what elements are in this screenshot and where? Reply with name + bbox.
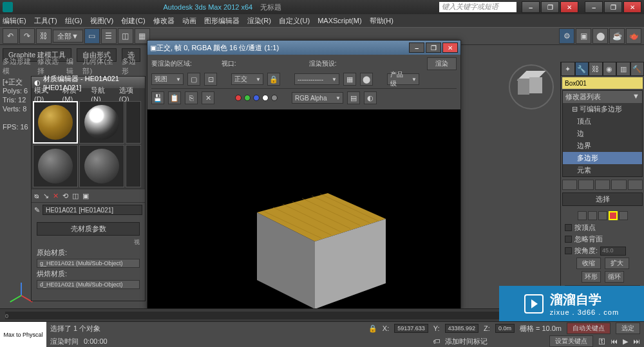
production-dropdown[interactable]: 产品级 [387,73,419,85]
viewport-dropdown[interactable]: 正交 [231,73,263,85]
loop-button[interactable]: 循环 [605,271,624,283]
subobj-element[interactable]: 元素 [563,164,642,176]
render-max-button[interactable]: ❐ [426,42,441,53]
material-slot-5[interactable] [79,145,124,187]
mat-tool-reset[interactable]: ⟲ [62,192,68,200]
select-region-button[interactable]: ◫ [118,28,133,44]
render-button[interactable]: 渲染 [427,57,457,70]
menu-views[interactable]: 视图(V) [90,16,114,26]
ignore-back-checkbox[interactable] [565,236,572,243]
menu-customize[interactable]: 自定义(U) [279,16,310,26]
by-angle-checkbox[interactable] [565,247,572,254]
env-icon[interactable]: ▦ [343,73,356,86]
material-slot-4[interactable] [33,145,78,187]
help-search-input[interactable]: 键入关键字或短语 [439,2,516,12]
undo-button[interactable]: ↶ [3,28,18,44]
object-name-field[interactable]: Box001 [562,77,643,89]
ribbon-poly[interactable]: 多边形 [122,57,140,76]
modifier-list-dropdown[interactable]: 修改器列表▼ [563,91,642,103]
grow-button[interactable]: 扩大 [605,258,629,269]
del-icon[interactable]: ✕ [202,91,214,104]
preset-dropdown[interactable]: ------------ [294,73,339,85]
mat-tool-pick[interactable]: ᴓ [34,192,39,200]
green-channel-toggle[interactable] [244,95,251,101]
lock-icon[interactable]: 🔒 [267,73,280,86]
alpha-channel-toggle[interactable] [262,95,269,101]
tab-motion[interactable]: ◉ [603,62,617,76]
menu-tools[interactable]: 工具(T) [34,16,57,26]
inner-restore-button[interactable]: ❐ [541,1,559,13]
app-icon[interactable] [3,2,13,12]
effects-icon[interactable]: ⬤ [360,73,373,86]
menu-create[interactable]: 创建(C) [121,16,145,26]
blue-channel-toggle[interactable] [253,95,260,101]
coord-x[interactable]: 59137.633 [394,324,428,333]
selection-filter-dropdown[interactable]: 全部 ▼ [53,30,83,42]
render-frame-button[interactable]: ▣ [576,28,591,44]
show-result-button[interactable] [578,180,593,190]
restore-button[interactable]: ❐ [604,1,622,13]
shrink-button[interactable]: 收缩 [576,258,601,269]
region-icon[interactable]: ▢ [187,73,200,86]
sel-set-button[interactable]: 选定 [616,323,640,334]
mat-tool-del[interactable]: ✕ [53,192,59,200]
material-slot-6[interactable] [126,145,141,187]
redo-button[interactable]: ↷ [19,28,35,44]
subobj-polygon[interactable]: 多边形 [563,152,642,164]
auto-key-button[interactable]: 自动关键点 [567,323,611,334]
render-min-button[interactable]: ‒ [409,42,424,53]
menu-animation[interactable]: 动画 [182,16,196,26]
tag-icon[interactable]: 🏷 [433,337,440,345]
render-prod-button[interactable]: ☕ [609,28,625,44]
ring-button[interactable]: 环形 [582,271,601,283]
render-button[interactable]: ⬤ [592,28,608,44]
tab-hierarchy[interactable]: ⛓ [589,62,603,76]
close-button[interactable]: ✕ [623,1,641,13]
mat-tool-put[interactable]: ▣ [82,192,89,200]
sel-edge-icon[interactable] [588,211,597,220]
channel-dropdown[interactable]: RGB Alpha [292,92,343,104]
ribbon-poly-model[interactable]: 多边形建模 [3,57,33,76]
key-filters-icon[interactable]: ⚿ [598,337,605,345]
select-button[interactable]: ▭ [84,28,100,44]
tab-create[interactable]: ✦ [561,62,575,76]
sel-poly-icon[interactable] [609,211,618,220]
crop-icon[interactable]: ⊡ [204,73,217,86]
inner-minimize-button[interactable]: ‒ [522,1,540,13]
select-name-button[interactable]: ☰ [101,28,117,44]
menu-graph[interactable]: 图形编辑器 [204,16,240,26]
tab-display[interactable]: ▥ [616,62,630,76]
material-slot-3[interactable] [126,101,141,144]
clear-icon[interactable]: ▤ [347,91,360,104]
sel-vertex-icon[interactable] [578,211,587,220]
ribbon-mod-sel[interactable]: 修改选择 [37,57,62,76]
inner-close-button[interactable]: ✕ [560,1,578,13]
render-close-button[interactable]: ✕ [442,42,458,53]
clone-icon[interactable]: ⎘ [185,91,198,104]
mono-channel-toggle[interactable] [271,95,278,101]
save-icon[interactable]: 💾 [151,91,164,104]
link-button[interactable]: ⛓ [36,28,52,44]
eyedropper-icon[interactable]: ✎ [34,206,40,214]
render-viewport[interactable] [147,109,460,322]
unique-button[interactable] [595,180,610,190]
mat-tool-assign[interactable]: ↘ [43,192,49,200]
orig-material-button[interactable]: g_HE01A021 (Multi/Sub-Object) [37,259,140,268]
baked-material-button[interactable]: d_HE01A021 (Multi/Sub-Object) [37,280,140,289]
teapot-icon[interactable]: 🫖 [626,28,641,44]
menu-group[interactable]: 组(G) [65,16,82,26]
material-name-input[interactable] [43,205,142,215]
subobj-edge[interactable]: 边 [563,127,642,140]
selection-rollout-header[interactable]: 选择 [562,192,643,206]
render-setup-button[interactable]: ⚙ [559,28,574,44]
configure-button[interactable] [628,180,643,190]
sel-element-icon[interactable] [619,211,628,220]
menu-edit[interactable]: 编辑(E) [3,16,26,26]
menu-help[interactable]: 帮助(H) [370,16,393,26]
ribbon-edit[interactable]: 编辑 [66,57,79,76]
tab-utilities[interactable]: 🔨 [630,62,645,76]
coord-y[interactable]: 43385.992 [445,324,479,333]
play-controls-play[interactable]: ▶ [623,337,628,346]
mat-tool-make[interactable]: ◫ [72,192,79,200]
angle-spinner[interactable]: 45.0 [600,247,626,256]
